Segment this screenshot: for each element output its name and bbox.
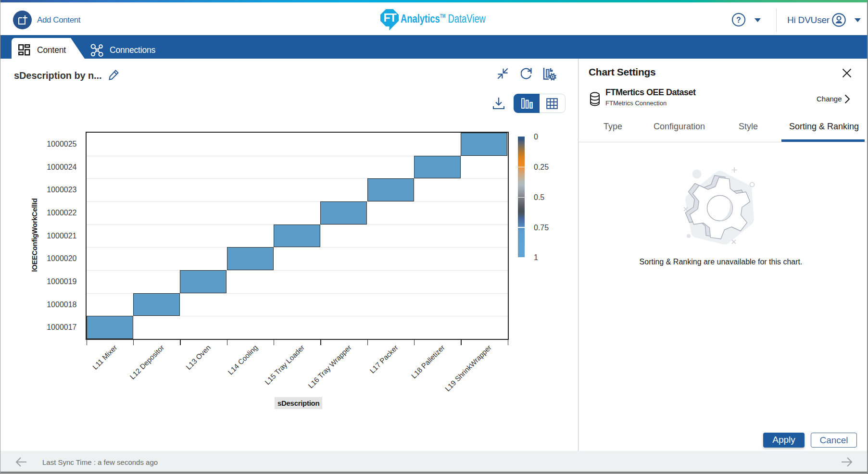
svg-text:FT: FT [383, 12, 396, 24]
